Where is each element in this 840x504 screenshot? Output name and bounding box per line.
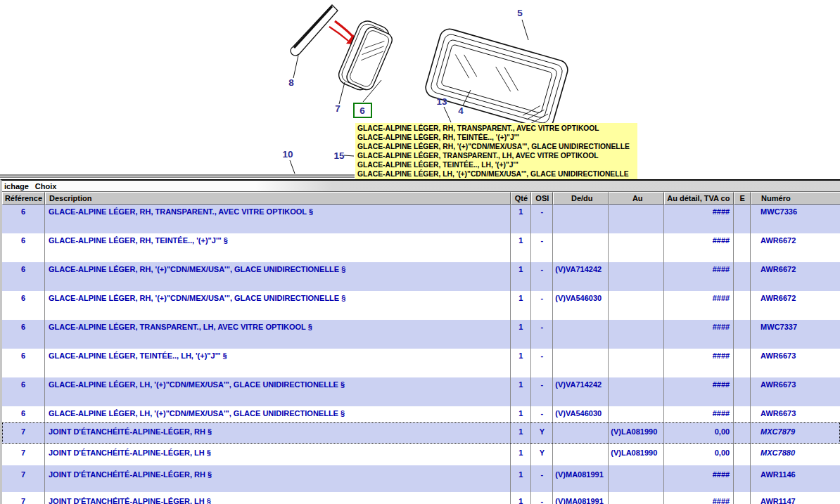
- table-row[interactable]: 6GLACE-ALPINE LÉGER, LH, '(+)"CDN/MEX/US…: [2, 406, 840, 422]
- callout-6[interactable]: 6: [359, 105, 365, 116]
- tooltip-line: GLACE-ALPINE LÉGER, TRANSPARENT., LH, AV…: [357, 152, 637, 161]
- table-row[interactable]: 6GLACE-ALPINE LÉGER, RH, '(+)"CDN/MEX/US…: [2, 262, 840, 291]
- cell-detail: ####: [664, 291, 734, 320]
- cell-numero: AWR1147: [751, 492, 840, 504]
- cell-dedu: (V)MA081991: [553, 492, 609, 504]
- menu-item-choix[interactable]: Choix: [35, 182, 57, 190]
- part-8-trim-drawing[interactable]: [291, 5, 338, 56]
- cell-dedu: [553, 349, 609, 377]
- cell-osi: -: [531, 377, 553, 406]
- cell-dedu: (V)VA546030: [553, 406, 609, 422]
- callout-7[interactable]: 7: [335, 103, 341, 114]
- column-header-ref: Référence: [2, 192, 45, 205]
- cell-qty: 1: [511, 291, 531, 320]
- cell-numero: MXC7880: [751, 444, 840, 465]
- cell-qty: 1: [511, 444, 531, 465]
- cell-description: GLACE-ALPINE LÉGER, RH, '(+)"CDN/MEX/USA…: [45, 262, 511, 291]
- cell-e: [734, 377, 751, 406]
- parts-tooltip: GLACE-ALPINE LÉGER, RH, TRANSPARENT., AV…: [355, 123, 637, 179]
- table-row[interactable]: 6GLACE-ALPINE LÉGER, TEINTÉE.., LH, '(+)…: [2, 349, 840, 377]
- cell-ref: 6: [2, 377, 45, 406]
- callout-13[interactable]: 13: [436, 96, 447, 107]
- callout-10[interactable]: 10: [282, 149, 293, 160]
- cell-ref: 7: [2, 492, 45, 504]
- callout-5[interactable]: 5: [517, 8, 523, 18]
- cell-au: [609, 205, 664, 233]
- cell-osi: -: [531, 262, 553, 291]
- cell-description: GLACE-ALPINE LÉGER, TEINTÉE.., LH, '(+)"…: [45, 349, 511, 377]
- cell-description: GLACE-ALPINE LÉGER, RH, TRANSPARENT., AV…: [45, 205, 511, 233]
- cell-qty: 1: [511, 233, 531, 262]
- cell-dedu: (V)VA546030: [553, 291, 609, 320]
- parts-catalogue-screen: 8 7 6 13 4 5 10 15 GLACE-ALPINE LÉGER, R…: [0, 0, 840, 504]
- cell-description: JOINT D'ÉTANCHÉITÉ-ALPINE-LÉGER, LH §: [45, 492, 511, 504]
- table-row[interactable]: 7JOINT D'ÉTANCHÉITÉ-ALPINE-LÉGER, LH §1-…: [2, 492, 840, 504]
- part-10-sill-drawing[interactable]: [0, 175, 355, 177]
- cell-qty: 1: [511, 349, 531, 377]
- cell-ref: 6: [2, 262, 45, 291]
- cell-osi: Y: [531, 422, 553, 444]
- cell-description: JOINT D'ÉTANCHÉITÉ-ALPINE-LÉGER, RH §: [45, 465, 511, 492]
- cell-osi: Y: [531, 444, 553, 465]
- cell-au: [609, 233, 664, 262]
- table-row[interactable]: 6GLACE-ALPINE LÉGER, RH, TRANSPARENT., A…: [2, 205, 840, 233]
- tooltip-line: GLACE-ALPINE LÉGER, RH, TRANSPARENT., AV…: [357, 124, 637, 134]
- tooltip-line: GLACE-ALPINE LÉGER, LH, '(+)"CDN/MEX/USA…: [357, 170, 637, 179]
- cell-osi: -: [531, 291, 553, 320]
- cell-e: [734, 465, 751, 492]
- cell-description: GLACE-ALPINE LÉGER, LH, '(+)"CDN/MEX/USA…: [45, 377, 511, 406]
- callout-4[interactable]: 4: [458, 105, 464, 116]
- part-4-window-drawing[interactable]: [424, 27, 570, 131]
- cell-ref: 6: [2, 406, 45, 422]
- cell-au: (V)LA081990: [609, 422, 664, 444]
- cell-description: JOINT D'ÉTANCHÉITÉ-ALPINE-LÉGER, RH §: [45, 422, 511, 444]
- cell-detail: ####: [664, 465, 734, 492]
- cell-numero: AWR1146: [751, 465, 840, 492]
- cell-e: [734, 422, 751, 444]
- column-header-e: E: [734, 192, 751, 205]
- cell-au: [609, 349, 664, 377]
- cell-dedu: (V)VA714242: [553, 377, 609, 406]
- menu-item-affichage[interactable]: ichage: [4, 182, 29, 190]
- cell-e: [734, 492, 751, 504]
- cell-dedu: (V)VA714242: [553, 262, 609, 291]
- cell-dedu: [553, 422, 609, 444]
- cell-description: GLACE-ALPINE LÉGER, TRANSPARENT., LH, AV…: [45, 320, 511, 349]
- callout-15[interactable]: 15: [333, 150, 345, 161]
- cell-numero: AWR6673: [751, 349, 840, 377]
- table-row[interactable]: 6GLACE-ALPINE LÉGER, RH, '(+)"CDN/MEX/US…: [2, 291, 840, 320]
- column-header-au: Au: [609, 192, 664, 205]
- cell-osi: -: [531, 492, 553, 504]
- cell-detail: ####: [664, 205, 734, 233]
- table-row[interactable]: 7JOINT D'ÉTANCHÉITÉ-ALPINE-LÉGER, LH §1Y…: [2, 444, 840, 465]
- cell-osi: -: [531, 465, 553, 492]
- callout-8[interactable]: 8: [288, 77, 294, 88]
- cell-e: [734, 262, 751, 291]
- tooltip-line: GLACE-ALPINE LÉGER, RH, '(+)"CDN/MEX/USA…: [357, 143, 637, 152]
- table-row[interactable]: 6GLACE-ALPINE LÉGER, LH, '(+)"CDN/MEX/US…: [2, 377, 840, 406]
- cell-detail: 0,00: [664, 444, 734, 465]
- cell-au: [609, 262, 664, 291]
- cell-numero: AWR6672: [751, 291, 840, 320]
- cell-ref: 7: [2, 465, 45, 492]
- cell-qty: 1: [511, 422, 531, 444]
- cell-numero: AWR6673: [751, 377, 840, 406]
- cell-numero: AWR6672: [751, 233, 840, 262]
- cell-description: GLACE-ALPINE LÉGER, RH, '(+)"CDN/MEX/USA…: [45, 291, 511, 320]
- table-row[interactable]: 7JOINT D'ÉTANCHÉITÉ-ALPINE-LÉGER, RH §1-…: [2, 465, 840, 492]
- column-header-dedu: De/du: [553, 192, 609, 205]
- cell-ref: 6: [2, 233, 45, 262]
- cell-qty: 1: [511, 377, 531, 406]
- cell-qty: 1: [511, 406, 531, 422]
- tooltip-line: GLACE-ALPINE LÉGER, RH, TEINTÉE.., '(+)"…: [357, 134, 637, 143]
- cell-e: [734, 444, 751, 465]
- cell-e: [734, 233, 751, 262]
- table-row[interactable]: 7JOINT D'ÉTANCHÉITÉ-ALPINE-LÉGER, RH §1Y…: [2, 422, 840, 444]
- cell-ref: 6: [2, 291, 45, 320]
- table-row[interactable]: 6GLACE-ALPINE LÉGER, RH, TEINTÉE.., '(+)…: [2, 233, 840, 262]
- column-header-numero: Numéro: [751, 192, 840, 205]
- parts-table-body: 6GLACE-ALPINE LÉGER, RH, TRANSPARENT., A…: [2, 205, 840, 504]
- column-header-osi: OSI: [531, 192, 553, 205]
- table-row[interactable]: 6GLACE-ALPINE LÉGER, TRANSPARENT., LH, A…: [2, 320, 840, 349]
- cell-ref: 7: [2, 422, 45, 444]
